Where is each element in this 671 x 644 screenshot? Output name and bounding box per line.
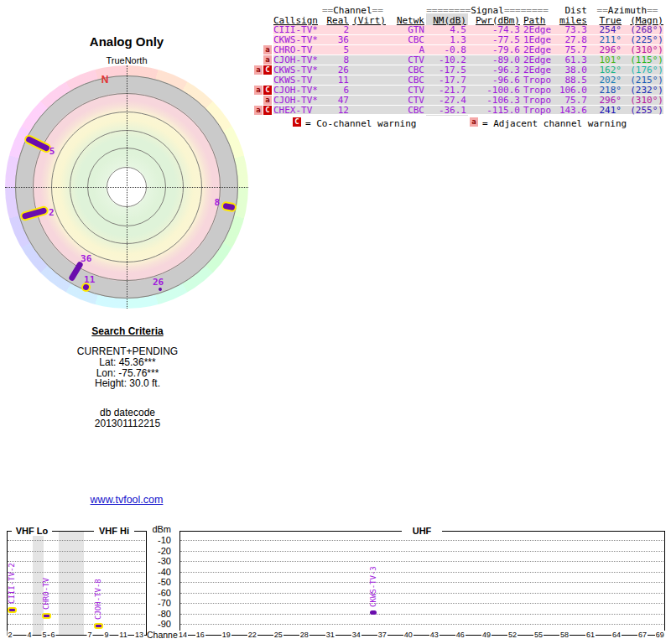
- cell-real: 12: [322, 106, 349, 115]
- gridline: [8, 582, 145, 583]
- warning-legend: C = Co-channel warning a = Adjacent chan…: [0, 117, 671, 128]
- dbm-tick-label: -30: [134, 556, 171, 566]
- gridline: [180, 624, 663, 625]
- cell-miles: 75.7: [555, 96, 587, 105]
- gridline: [180, 551, 663, 552]
- gridline: [8, 593, 145, 594]
- table-rows: CIII-TV*2GTN4.5-74.32Edge73.3254°(268°)C…: [273, 25, 663, 115]
- adjacent-channel-warning-icon: a: [263, 55, 272, 65]
- cell-netwk: CTV: [386, 86, 424, 95]
- cell-magn: (255°): [622, 106, 663, 115]
- cell-real: 5: [322, 45, 349, 55]
- cell-path: 2Edge: [520, 25, 555, 34]
- gridline: [8, 551, 145, 552]
- gridline: [8, 540, 145, 541]
- cell-virt: [349, 96, 386, 105]
- cell-true: 162°: [587, 65, 622, 75]
- cell-true: 241°: [587, 106, 622, 115]
- radar-plot: N 523611268: [5, 65, 248, 309]
- channel-tick: 5: [41, 631, 47, 640]
- table-row: CJOH-TV*6CTV-21.7-100.6Tropo106.0218°(23…: [273, 86, 663, 96]
- cell-real: 11: [322, 75, 349, 85]
- search-mode: CURRENT+PENDING: [44, 346, 211, 357]
- cell-pwr: -74.3: [466, 25, 520, 34]
- cell-miles: 88.5: [555, 75, 587, 85]
- cell-pwr: -96.3: [466, 65, 520, 75]
- cell-nm: -17.7: [424, 75, 466, 85]
- cell-pwr: -89.0: [466, 55, 520, 65]
- dbm-tick-label: -50: [134, 577, 171, 587]
- channel-tick: 69: [655, 631, 665, 640]
- cell-real: 47: [322, 96, 349, 105]
- cell-magn: (176°): [622, 65, 663, 75]
- channel-tick: 46: [455, 631, 466, 640]
- gridline: [180, 540, 663, 541]
- cell-real: 26: [322, 65, 349, 75]
- gridline: [8, 624, 145, 625]
- radar-marker-label: 8: [214, 196, 220, 207]
- cell-netwk: CTV: [386, 96, 424, 105]
- channel-tick: 28: [299, 631, 309, 640]
- cell-nm: 4.5: [424, 25, 466, 34]
- channel-tick: 43: [429, 631, 440, 640]
- table-row: CJOH-TV*47CTV-27.4-106.3Tropo75.7296°(31…: [273, 96, 663, 106]
- channel-tick: 40: [403, 631, 414, 640]
- gridline: [180, 593, 663, 594]
- warning-icons: a: [251, 55, 272, 65]
- channel-tick: 2: [7, 631, 13, 640]
- cell-virt: [349, 86, 386, 95]
- cell-path: Tropo: [520, 86, 555, 95]
- channel-tick: 37: [377, 631, 388, 640]
- cell-call: CIII-TV*: [273, 25, 322, 34]
- adjacent-channel-warning-icon: a: [263, 96, 272, 105]
- group-header-signal: ========Signal========: [426, 6, 549, 16]
- search-criteria-title: Search Criteria: [44, 325, 211, 337]
- cell-pwr: -96.6: [466, 75, 520, 85]
- crosshair-vertical: [127, 65, 127, 309]
- gridline: [8, 603, 145, 604]
- cell-magn: (232°): [622, 86, 663, 95]
- gridline: [180, 614, 663, 615]
- radar-marker: [158, 287, 162, 291]
- radar-marker-label: 5: [49, 146, 55, 157]
- cell-nm: -10.2: [424, 55, 466, 65]
- cell-nm: -36.1: [424, 106, 466, 115]
- dbm-tick-label: -40: [134, 567, 171, 577]
- adjacent-channel-icon: a: [470, 117, 478, 127]
- gridline: [8, 572, 145, 573]
- cell-real: 2: [322, 25, 349, 34]
- cell-netwk: CTV: [386, 55, 424, 65]
- channel-tick: 13: [134, 631, 144, 640]
- adjacent-channel-warning-icon: a: [254, 106, 263, 115]
- group-header-azimuth: ==Azimuth==: [596, 6, 659, 16]
- cell-netwk: CBC: [386, 106, 424, 115]
- gridline: [180, 561, 663, 562]
- cell-virt: [349, 106, 386, 115]
- cell-miles: 61.3: [555, 55, 587, 65]
- cell-netwk: GTN: [386, 25, 424, 34]
- db-datecode: db datecode 201301112215: [44, 408, 211, 429]
- channel-tick: 34: [351, 631, 362, 640]
- cell-true: 211°: [587, 35, 622, 44]
- station-table: ==Channel== ========Signal======== Dist …: [273, 6, 663, 115]
- cell-nm: -21.7: [424, 86, 466, 95]
- table-row: CKWS-TV11CBC-17.7-96.6Tropo88.5202°(215°…: [273, 75, 663, 86]
- adjacent-channel-warning-icon: a: [263, 45, 272, 55]
- db-datecode-label: db datecode: [44, 408, 211, 418]
- channel-tick: 64: [611, 631, 622, 640]
- cell-call: CKWS-TV*: [273, 35, 322, 44]
- cell-real: 8: [322, 55, 349, 65]
- tvfool-link[interactable]: www.tvfool.com: [91, 494, 164, 506]
- panel-border-left: [179, 531, 180, 636]
- cell-miles: 106.0: [555, 86, 587, 95]
- gridline: [180, 603, 663, 604]
- cell-pwr: -115.0: [466, 106, 520, 115]
- band-label: VHF Hi: [94, 526, 134, 536]
- cell-true: 101°: [587, 55, 622, 65]
- cell-call: CHRO-TV: [273, 45, 322, 55]
- radar-title: Analog Only: [0, 34, 253, 49]
- cell-nm: -27.4: [424, 96, 466, 105]
- warning-icons: aC: [251, 106, 272, 115]
- channel-tick: 19: [221, 631, 231, 640]
- signal-bar: [42, 613, 51, 619]
